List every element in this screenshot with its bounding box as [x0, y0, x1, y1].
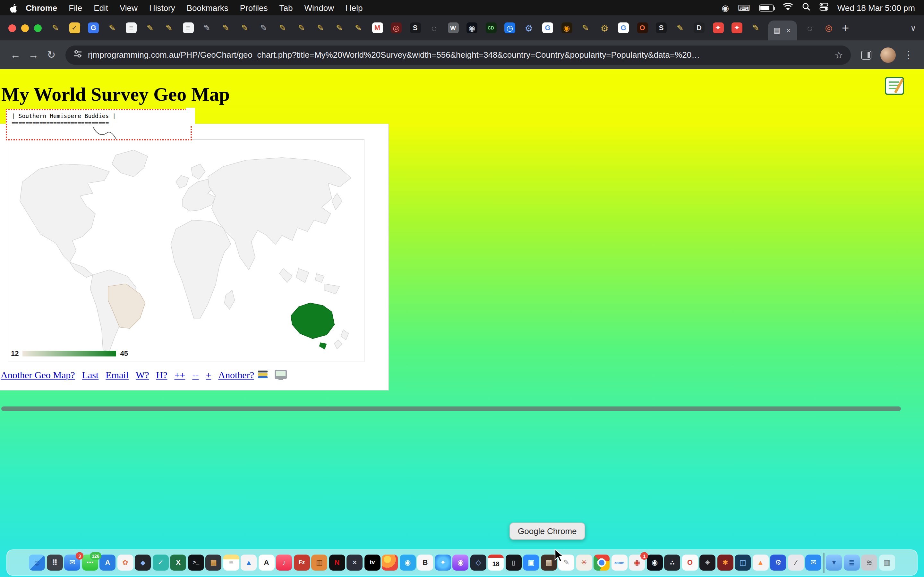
tab-pencil[interactable]: ✎ — [239, 23, 250, 33]
dock-terminal[interactable]: >_ — [188, 554, 204, 571]
menubar-app-name[interactable]: Chrome — [20, 3, 63, 13]
region-tasmania[interactable] — [319, 342, 327, 350]
geo-link[interactable]: H? — [156, 370, 168, 381]
tab-s-dark[interactable]: S — [410, 23, 421, 33]
dock-paint-app[interactable]: ✳ — [576, 554, 592, 571]
zoom-window-button[interactable] — [34, 24, 42, 32]
dock-firefox[interactable] — [382, 554, 398, 571]
spotlight-icon[interactable] — [802, 3, 811, 13]
tab-red-hand[interactable]: ✦ — [712, 23, 724, 33]
tab-orange-ring[interactable]: ◉ — [561, 23, 572, 33]
tab-pencil[interactable]: ✎ — [353, 23, 364, 33]
dock-dark-diamond-app[interactable]: ◇ — [470, 554, 486, 571]
tab-doc[interactable]: ≡ — [126, 23, 137, 33]
tab-pencil[interactable]: ✎ — [315, 23, 326, 33]
forward-button[interactable]: → — [24, 46, 42, 64]
dock-bear[interactable]: B — [417, 554, 433, 571]
tab-check[interactable]: ✓ — [69, 23, 80, 33]
dock-grid-app[interactable]: ▦ — [206, 554, 222, 571]
back-button[interactable]: ← — [6, 46, 24, 64]
close-window-button[interactable] — [8, 24, 16, 32]
tab-pencil[interactable]: ✎ — [334, 23, 345, 33]
tab-dashed[interactable]: ◌ — [804, 23, 815, 33]
dock-facetime[interactable]: ▣ — [523, 554, 540, 571]
tab-pencil[interactable]: ✎ — [220, 23, 231, 33]
dock-tasks-app[interactable]: ✓ — [153, 554, 169, 571]
menubar-menu[interactable]: Bookmarks — [181, 3, 234, 13]
tab-search-button[interactable]: ∨ — [910, 23, 916, 33]
menubar-menu[interactable]: Help — [340, 3, 368, 13]
dock-x-app[interactable]: × — [347, 554, 363, 571]
tab-pencil[interactable]: ✎ — [675, 23, 686, 33]
tab-gear-blue[interactable]: ⚙ — [523, 23, 534, 33]
dock-chrome[interactable] — [594, 554, 610, 571]
menubar-clock[interactable]: Wed 18 Mar 5:00 pm — [837, 3, 915, 13]
tab-pencil[interactable]: ✎ — [277, 23, 288, 33]
menubar-menu[interactable]: File — [63, 3, 88, 13]
geo-link[interactable]: Another? — [218, 370, 254, 381]
geo-link[interactable]: -- — [192, 370, 199, 381]
dock-fonts[interactable]: A — [258, 554, 275, 571]
geo-link[interactable]: ++ — [174, 370, 186, 381]
profile-avatar[interactable] — [880, 47, 896, 63]
tab-google[interactable]: G — [618, 23, 629, 33]
dock-keynote[interactable]: ▲ — [241, 554, 257, 571]
tab-pencil[interactable]: ✎ — [580, 23, 591, 33]
bookmark-star-icon[interactable]: ☆ — [835, 49, 843, 61]
dock-safari[interactable]: ✦ — [435, 554, 451, 571]
tab-cd[interactable]: CD — [485, 23, 496, 33]
geo-link[interactable]: Last — [82, 370, 99, 381]
wifi-icon[interactable] — [783, 3, 793, 13]
dock-appstore[interactable]: A — [100, 554, 116, 571]
reload-button[interactable]: ↻ — [42, 46, 60, 64]
tab-close-button[interactable]: × — [786, 26, 791, 35]
dock-downloads-folder[interactable]: ▾ — [826, 554, 842, 571]
dock-notes[interactable]: ≡ — [223, 554, 239, 571]
tab-git[interactable]: ◉ — [467, 23, 477, 33]
dock-mail[interactable]: ✉ 3 — [65, 554, 81, 571]
dock-red-dot-app[interactable]: ◉ 1 — [629, 554, 645, 571]
dock-launchpad[interactable]: ⠿ — [47, 554, 63, 571]
tab-doc[interactable]: ≡ — [183, 23, 194, 33]
dock-photos[interactable]: ✿ — [118, 554, 134, 571]
tab-gmail[interactable]: M — [372, 23, 383, 33]
dock-paw-app[interactable]: ✳ — [700, 554, 716, 571]
geo-link[interactable]: W? — [136, 370, 149, 381]
tab-g-blue[interactable]: G — [88, 23, 99, 33]
geo-link[interactable]: Email — [105, 370, 129, 381]
dock-rust-app[interactable]: ✱ — [717, 554, 733, 571]
horizontal-scrollbar[interactable] — [1, 406, 901, 411]
dock-whale-app[interactable]: ◫ — [735, 554, 751, 571]
dock-crate-app[interactable]: ▥ — [312, 554, 328, 571]
tab-s-dark[interactable]: S — [656, 23, 667, 33]
active-tab[interactable]: ▤ × — [768, 21, 796, 40]
new-tab-button[interactable]: + — [842, 22, 849, 34]
dock-design-app[interactable]: ∕ — [788, 554, 804, 571]
monitor-icon[interactable] — [275, 370, 287, 379]
dock-zoom[interactable]: zoom — [612, 554, 628, 571]
url-text[interactable]: rjmprogramming.com.au/PHP/GeoChart/geo_c… — [88, 50, 829, 60]
geo-link[interactable]: + — [206, 370, 211, 381]
menubar-menu[interactable]: Window — [299, 3, 340, 13]
tab-dashed[interactable]: ◌ — [429, 23, 439, 33]
menubar-menu[interactable]: Profiles — [234, 3, 274, 13]
dock-trash[interactable]: ▥ — [879, 554, 895, 571]
dock-tools-app[interactable]: ⚙ — [771, 554, 787, 571]
dock-calendar[interactable]: 18 — [488, 554, 504, 571]
dock-messages[interactable]: ⋯ 126 — [82, 554, 98, 571]
tab-o-orange[interactable]: O — [637, 23, 648, 33]
menubar-menu[interactable]: Tab — [274, 3, 299, 13]
dock-separator[interactable] — [823, 552, 825, 573]
tab-pencil[interactable]: ✎ — [164, 23, 174, 33]
dock-podcasts[interactable]: ◉ — [453, 554, 469, 571]
dock-iterm[interactable]: ▯ — [506, 554, 522, 571]
dock-opera[interactable]: O — [682, 554, 698, 571]
control-center-icon[interactable] — [819, 3, 829, 13]
tab-pencil-gray[interactable]: ✎ — [202, 23, 212, 33]
menubar-menu[interactable]: View — [114, 3, 144, 13]
tab-pencil[interactable]: ✎ — [145, 23, 156, 33]
app-status-icon[interactable]: ◉ — [722, 3, 729, 13]
tab-target[interactable]: ◎ — [391, 23, 402, 33]
menubar-menu[interactable]: Edit — [88, 3, 114, 13]
tab-red-hand[interactable]: ✦ — [732, 23, 742, 33]
